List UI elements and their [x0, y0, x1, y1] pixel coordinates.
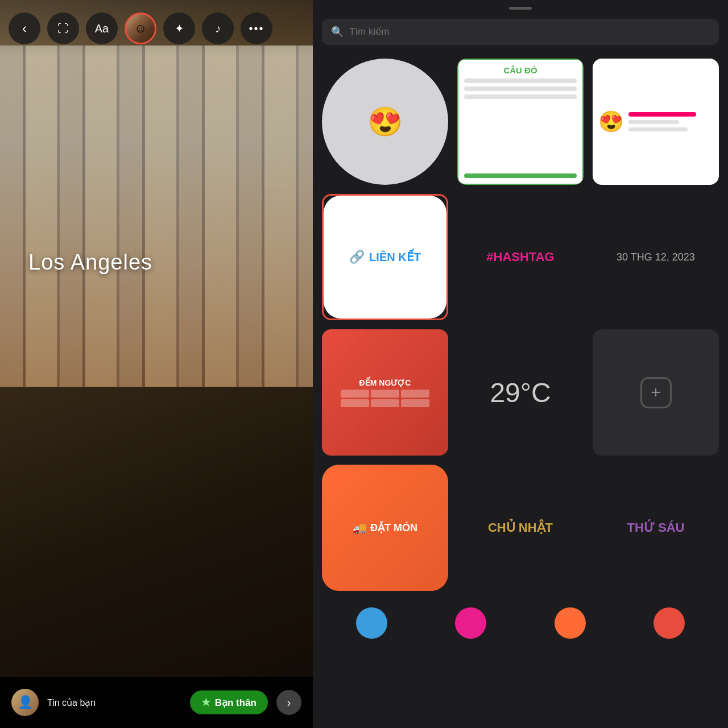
avatar: 👤 — [11, 689, 39, 716]
next-button[interactable]: › — [276, 690, 301, 715]
background-photo — [0, 0, 313, 728]
sticker-thusau[interactable]: THỨ SÁU — [593, 465, 719, 591]
sticker-emoji-lines[interactable]: 😍 — [593, 59, 719, 185]
best-friend-button[interactable]: ★ Bạn thân — [190, 690, 268, 714]
star-icon: ★ — [201, 696, 210, 709]
caudo-line1 — [464, 78, 577, 83]
caudo-line2 — [464, 86, 577, 91]
music-button[interactable]: ♪ — [202, 13, 234, 44]
panel-handle — [509, 7, 532, 10]
sticker-chunhat[interactable]: CHỦ NHẬT — [457, 465, 584, 591]
caudo-progress — [464, 173, 577, 178]
location-text: Los Angeles — [28, 250, 152, 275]
sticker-panel: 🔍 😍 CÂU ĐÓ 😍 — [313, 0, 728, 728]
sticker-temperature[interactable]: 29°C — [457, 329, 584, 456]
sticker-button[interactable]: ☺ — [125, 13, 156, 44]
text-button[interactable]: Aa — [86, 13, 118, 44]
sticker-dem-nguoc[interactable]: ĐẾM NGƯỢC — [322, 329, 448, 456]
color-red[interactable] — [653, 607, 685, 639]
color-pink[interactable] — [455, 607, 486, 639]
caudo-line3 — [464, 94, 577, 99]
search-bar: 🔍 — [322, 19, 719, 45]
resize-button[interactable]: ⛶ — [47, 13, 79, 44]
toolbar: ‹ ⛶ Aa ☺ ✦ ♪ ••• — [0, 0, 313, 57]
sticker-hashtag[interactable]: #HASHTAG — [457, 194, 584, 320]
sticker-caudo[interactable]: CÂU ĐÓ — [457, 59, 584, 185]
sticker-emoji-bubble[interactable]: 😍 — [322, 59, 448, 185]
sticker-date[interactable]: 30 THG 12, 2023 — [593, 194, 719, 320]
search-input[interactable] — [349, 26, 710, 38]
effects-button[interactable]: ✦ — [163, 13, 195, 44]
link-icon: 🔗 — [349, 250, 365, 264]
story-label: Tin của bạn — [47, 697, 181, 708]
sticker-lienket[interactable]: 🔗 LIÊN KẾT — [322, 194, 448, 320]
plus-icon: + — [651, 383, 661, 402]
truck-icon: 🚚 — [353, 521, 367, 535]
search-icon: 🔍 — [331, 26, 344, 38]
more-button[interactable]: ••• — [241, 13, 272, 44]
sticker-add[interactable]: + — [593, 329, 719, 456]
color-blue[interactable] — [356, 607, 387, 639]
sticker-datmon[interactable]: 🚚 ĐẶT MÓN — [322, 465, 448, 591]
back-button[interactable]: ‹ — [9, 13, 40, 44]
bottom-bar: 👤 Tin của bạn ★ Bạn thân › — [0, 677, 313, 728]
sticker-row-colors — [322, 600, 719, 646]
color-orange[interactable] — [555, 607, 586, 639]
sticker-grid: 😍 CÂU ĐÓ 😍 — [313, 54, 728, 728]
